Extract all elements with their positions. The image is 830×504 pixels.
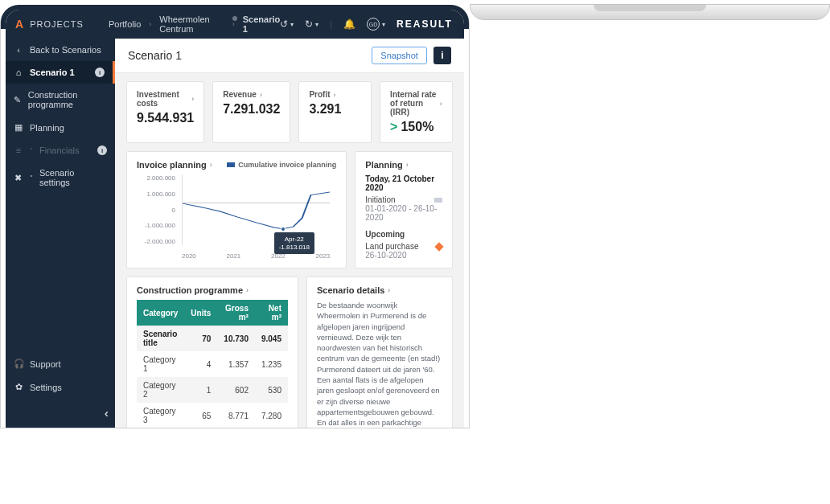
table-header: Category bbox=[137, 300, 184, 326]
info-icon[interactable]: i bbox=[97, 145, 107, 155]
chart-area[interactable]: 2.000.000 1.000.000 0 -1.000.000 -2.000.… bbox=[137, 174, 336, 260]
chevron-right-icon: › bbox=[333, 91, 335, 99]
kpi-label: Profit bbox=[309, 90, 330, 99]
redo-icon[interactable]: ↻ bbox=[305, 18, 313, 30]
chevron-right-icon: › bbox=[388, 286, 390, 294]
sidebar-item-label: Financials bbox=[39, 145, 80, 155]
sidebar-item-label: Scenario 1 bbox=[30, 68, 75, 77]
chevron-right-icon: › bbox=[210, 161, 212, 169]
sidebar: ‹ Back to Scenarios ⌂ Scenario 1 i ✎ Con… bbox=[6, 39, 115, 428]
x-axis-ticks: 2020 2021 2022 2023 bbox=[182, 252, 330, 260]
kpi-label: Revenue bbox=[223, 90, 257, 99]
table-row[interactable]: Category 141.3571.235 bbox=[137, 351, 288, 377]
projects-label[interactable]: PROJECTS bbox=[30, 19, 84, 29]
table-cell: 70 bbox=[184, 326, 217, 351]
sidebar-item-label: Settings bbox=[30, 383, 62, 392]
sidebar-item-support[interactable]: 🎧 Support bbox=[6, 352, 115, 375]
breadcrumb-project[interactable]: Wheermolen Centrum bbox=[159, 14, 224, 34]
chevron-right-icon: › bbox=[260, 91, 262, 99]
sidebar-item-scenario-dashboard[interactable]: ⌂ Scenario 1 i bbox=[6, 61, 115, 84]
sidebar-item-label: Construction programme bbox=[28, 90, 107, 109]
card-title[interactable]: Scenario details bbox=[317, 285, 384, 295]
kpi-value: 150% bbox=[401, 120, 433, 134]
sidebar-item-label: Planning bbox=[30, 123, 64, 133]
snapshot-button[interactable]: Snapshot bbox=[372, 47, 426, 64]
kpi-value: 9.544.931 bbox=[137, 111, 194, 125]
tools-icon: ✎ bbox=[14, 95, 22, 105]
page-title: Scenario 1 bbox=[128, 49, 182, 62]
kpi-value: 3.291 bbox=[309, 102, 361, 117]
table-cell: 9.045 bbox=[255, 326, 288, 351]
planning-card: Planning › Today, 21 October 2020 Initia… bbox=[355, 151, 453, 268]
breadcrumb-scenario[interactable]: Scenario 1 bbox=[243, 14, 280, 34]
table-row[interactable]: Category 21602530 bbox=[137, 377, 288, 403]
invoice-planning-card: Invoice planning › Cumulative invoice pl… bbox=[126, 151, 347, 268]
table-cell: 602 bbox=[217, 377, 255, 403]
chevron-right-icon: › bbox=[406, 161, 409, 169]
back-to-scenarios[interactable]: ‹ Back to Scenarios bbox=[6, 39, 115, 61]
page-info-button[interactable]: i bbox=[433, 47, 451, 64]
sidebar-item-settings[interactable]: ✿ Settings bbox=[6, 375, 115, 399]
sidebar-item-construction[interactable]: ✎ Construction programme bbox=[6, 84, 115, 116]
chevron-down-icon: ˅ bbox=[30, 147, 33, 154]
phase-badge-icon bbox=[434, 198, 442, 203]
collapse-sidebar-button[interactable]: ‹‹ bbox=[6, 399, 115, 428]
topbar: A PROJECTS Portfolio › Wheermolen Centru… bbox=[6, 10, 464, 39]
sidebar-item-label: Scenario settings bbox=[39, 168, 107, 187]
table-cell: 65 bbox=[184, 403, 217, 428]
table-cell: Scenario title bbox=[137, 326, 184, 351]
info-icon[interactable]: i bbox=[95, 68, 105, 77]
brand-logo-icon: A bbox=[15, 18, 23, 31]
planning-milestone-date: 26-10-2020 bbox=[365, 251, 442, 260]
user-dropdown-icon[interactable]: ▾ bbox=[382, 21, 385, 28]
chevron-left-icon: ‹ bbox=[14, 45, 23, 55]
table-header: Net m² bbox=[255, 300, 288, 326]
kpi-irr[interactable]: Internal rate of return (IRR)› >150% bbox=[380, 81, 453, 143]
table-cell: Category 3 bbox=[137, 403, 184, 428]
redo-dropdown-icon[interactable]: ▾ bbox=[315, 21, 318, 28]
planning-milestone-label: Land purchase bbox=[365, 242, 442, 251]
kpi-profit[interactable]: Profit› 3.291 bbox=[298, 81, 372, 143]
user-avatar[interactable]: GD bbox=[367, 18, 380, 31]
bell-icon[interactable]: 🔔 bbox=[343, 18, 355, 30]
planning-upcoming-header: Upcoming bbox=[365, 230, 442, 239]
table-cell: 1.235 bbox=[255, 351, 288, 377]
double-chevron-left-icon: ‹‹ bbox=[105, 407, 105, 420]
planning-phase-range: 01-01-2020 - 26-10-2020 bbox=[365, 204, 442, 222]
brand-name: REASULT bbox=[397, 18, 453, 30]
chart-tooltip: Apr-22 -1.813.018 bbox=[274, 232, 314, 254]
y-axis-ticks: 2.000.000 1.000.000 0 -1.000.000 -2.000.… bbox=[137, 174, 179, 245]
sidebar-item-financials[interactable]: ≡ ˅ Financials i bbox=[6, 139, 115, 162]
card-title[interactable]: Construction programme bbox=[137, 285, 243, 295]
undo-dropdown-icon[interactable]: ▾ bbox=[290, 21, 294, 28]
chevron-right-icon: › bbox=[191, 95, 194, 103]
sidebar-item-label: Support bbox=[30, 359, 61, 369]
scenario-details-text: De bestaande woonwijk Wheermolen in Purm… bbox=[317, 300, 442, 428]
table-cell: 4 bbox=[184, 351, 217, 377]
breadcrumb-portfolio[interactable]: Portfolio bbox=[109, 19, 141, 29]
table-cell: 8.771 bbox=[217, 403, 255, 428]
legend-swatch bbox=[227, 162, 235, 167]
table-cell: Category 2 bbox=[137, 377, 184, 403]
headset-icon: 🎧 bbox=[14, 359, 23, 369]
legend-label: Cumulative invoice planning bbox=[238, 161, 336, 169]
home-icon: ⌂ bbox=[14, 68, 23, 77]
table-cell: 530 bbox=[255, 377, 288, 403]
card-title[interactable]: Invoice planning bbox=[137, 160, 207, 170]
table-cell: 7.280 bbox=[255, 403, 288, 428]
sidebar-item-scenario-settings[interactable]: ✖ ˅ Scenario settings bbox=[6, 162, 115, 194]
wrench-icon: ✖ bbox=[14, 173, 23, 183]
chevron-down-icon: ˅ bbox=[30, 174, 33, 182]
kpi-revenue[interactable]: Revenue› 7.291.032 bbox=[212, 81, 290, 143]
breadcrumb: Portfolio › Wheermolen Centrum › Scenari… bbox=[109, 14, 280, 34]
table-cell: Category 1 bbox=[137, 351, 184, 377]
stack-icon: ≡ bbox=[14, 145, 23, 155]
undo-icon[interactable]: ↺ bbox=[280, 18, 288, 30]
kpi-investment-costs[interactable]: Investment costs› 9.544.931 bbox=[126, 81, 204, 143]
kpi-value: 7.291.032 bbox=[223, 102, 280, 117]
planning-today: Today, 21 October 2020 bbox=[365, 174, 442, 192]
card-title[interactable]: Planning bbox=[365, 160, 402, 170]
table-row[interactable]: Category 3658.7717.280 bbox=[137, 403, 288, 428]
sidebar-item-planning[interactable]: ▦ Planning bbox=[6, 116, 115, 139]
table-row[interactable]: Scenario title7010.7309.045 bbox=[137, 326, 288, 351]
